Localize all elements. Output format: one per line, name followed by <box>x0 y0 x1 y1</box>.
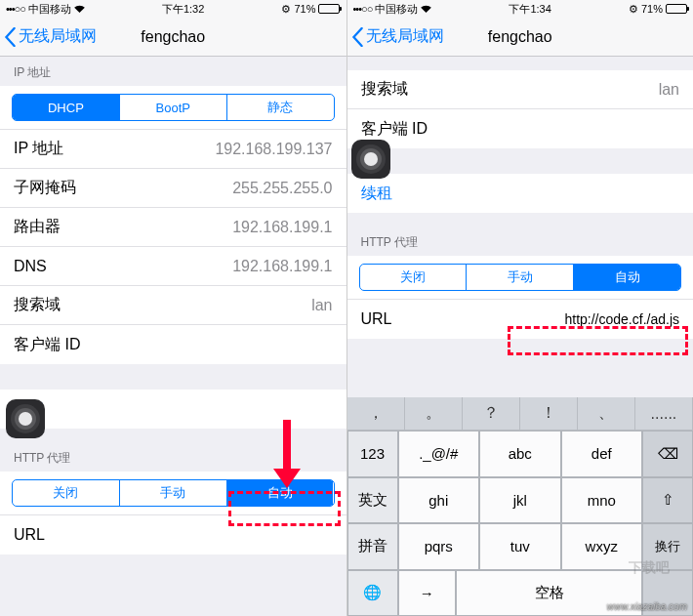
key-def[interactable]: def <box>561 431 643 477</box>
key-space[interactable]: 空格 <box>456 570 642 617</box>
back-label: 无线局域网 <box>19 26 97 47</box>
punct-key[interactable]: 。 <box>405 397 463 430</box>
row-dns[interactable]: DNS192.168.199.1 <box>0 247 346 286</box>
section-header-proxy: HTTP 代理 <box>0 429 346 472</box>
key-jkl[interactable]: jkl <box>479 477 561 524</box>
row-client-id[interactable]: 客户端 ID <box>347 109 694 148</box>
proxy-segmented: 关闭 手动 自动 <box>0 472 346 515</box>
key-123[interactable]: 123 <box>347 431 398 477</box>
back-button[interactable]: 无线局域网 <box>0 26 97 47</box>
chevron-left-icon <box>4 27 17 47</box>
key-wxyz[interactable]: wxyz <box>561 523 643 570</box>
assistive-touch-button[interactable] <box>6 399 45 438</box>
key-symbols[interactable]: ._@/# <box>398 431 480 477</box>
right-screenshot: •••○○ 中国移动 下午1:34 ⚙ 71% 无线局域网 fengchao 搜… <box>347 0 694 616</box>
seg-proxy-manual[interactable]: 手动 <box>120 480 227 506</box>
row-url[interactable]: URL <box>0 515 346 554</box>
battery-percent: 71% <box>641 3 663 15</box>
key-pinyin[interactable]: 拼音 <box>347 523 398 570</box>
row-renew-lease[interactable]: 续租 <box>347 174 694 213</box>
key-mno[interactable]: mno <box>561 477 643 524</box>
ip-config-segmented: DHCP BootP 静态 <box>0 86 346 130</box>
seg-dhcp[interactable]: DHCP <box>13 95 120 120</box>
wifi-icon <box>74 5 85 13</box>
row-ip-address[interactable]: IP 地址192.168.199.137 <box>0 130 346 169</box>
section-header-proxy: HTTP 代理 <box>347 213 694 256</box>
proxy-segmented: 关闭 手动 自动 <box>347 256 694 300</box>
seg-proxy-auto[interactable]: 自动 <box>227 480 334 506</box>
battery-icon <box>318 4 340 14</box>
assistive-dot-icon <box>364 152 378 166</box>
key-shift[interactable]: ⇧ <box>642 477 693 524</box>
seg-proxy-off[interactable]: 关闭 <box>360 265 468 290</box>
carrier-label: 中国移动 <box>28 2 71 17</box>
signal-dots-icon: •••○○ <box>6 3 25 15</box>
clock: 下午1:34 <box>509 2 550 17</box>
wifi-icon <box>421 5 431 13</box>
url-input[interactable]: http://code.cf./ad.js <box>564 311 679 327</box>
key-globe[interactable]: 🌐 <box>347 570 398 617</box>
nav-bar: 无线局域网 fengchao <box>347 18 694 57</box>
key-pqrs[interactable]: pqrs <box>398 523 480 570</box>
keyboard-punctuation-row: ， 。 ？ ！ 、 ...... <box>347 397 694 431</box>
assistive-touch-button[interactable] <box>351 140 390 179</box>
key-ghi[interactable]: ghi <box>398 477 480 524</box>
seg-proxy-auto[interactable]: 自动 <box>574 265 680 290</box>
row-url[interactable]: URLhttp://code.cf./ad.js <box>347 300 694 339</box>
punct-key[interactable]: ！ <box>520 397 578 430</box>
signal-dots-icon: •••○○ <box>353 3 373 15</box>
key-english[interactable]: 英文 <box>347 477 398 524</box>
key-tuv[interactable]: tuv <box>479 523 561 570</box>
seg-bootp[interactable]: BootP <box>120 95 227 120</box>
status-bar: •••○○ 中国移动 下午1:34 ⚙ 71% <box>347 0 694 18</box>
key-arrow[interactable]: → <box>398 570 457 617</box>
left-screenshot: •••○○ 中国移动 下午1:32 ⚙ 71% 无线局域网 fengchao I… <box>0 0 347 616</box>
key-abc[interactable]: abc <box>479 431 561 477</box>
seg-proxy-off[interactable]: 关闭 <box>13 480 120 506</box>
back-button[interactable]: 无线局域网 <box>347 26 444 47</box>
row-renew-lease[interactable]: 续租 <box>0 390 346 429</box>
seg-static[interactable]: 静态 <box>227 95 334 120</box>
sync-icon: ⚙ <box>629 3 638 16</box>
row-router[interactable]: 路由器192.168.199.1 <box>0 208 346 247</box>
key-return-bottom[interactable] <box>642 570 693 617</box>
key-return[interactable]: 换行 <box>642 523 693 570</box>
punct-key[interactable]: ， <box>347 397 405 430</box>
battery-icon <box>666 4 687 14</box>
chevron-left-icon <box>351 27 364 47</box>
clock: 下午1:32 <box>162 2 204 17</box>
keyboard: 123 ._@/# abc def ⌫ 英文 ghi jkl mno ⇧ 拼音 … <box>347 431 694 616</box>
punct-key[interactable]: 、 <box>578 397 635 430</box>
punct-key[interactable]: ...... <box>635 397 693 430</box>
sync-icon: ⚙ <box>281 3 291 16</box>
assistive-dot-icon <box>19 412 32 426</box>
row-subnet-mask[interactable]: 子网掩码255.255.255.0 <box>0 169 346 208</box>
row-search-domain[interactable]: 搜索域lan <box>0 286 346 325</box>
battery-percent: 71% <box>294 3 315 15</box>
seg-proxy-manual[interactable]: 手动 <box>467 265 574 290</box>
status-bar: •••○○ 中国移动 下午1:32 ⚙ 71% <box>0 0 346 18</box>
key-backspace[interactable]: ⌫ <box>642 431 693 477</box>
row-client-id[interactable]: 客户端 ID <box>0 325 346 364</box>
carrier-label: 中国移动 <box>375 2 418 17</box>
back-label: 无线局域网 <box>366 26 444 47</box>
punct-key[interactable]: ？ <box>463 397 520 430</box>
row-search-domain[interactable]: 搜索域lan <box>347 70 694 109</box>
nav-bar: 无线局域网 fengchao <box>0 18 346 57</box>
section-header-ip: IP 地址 <box>0 57 346 86</box>
